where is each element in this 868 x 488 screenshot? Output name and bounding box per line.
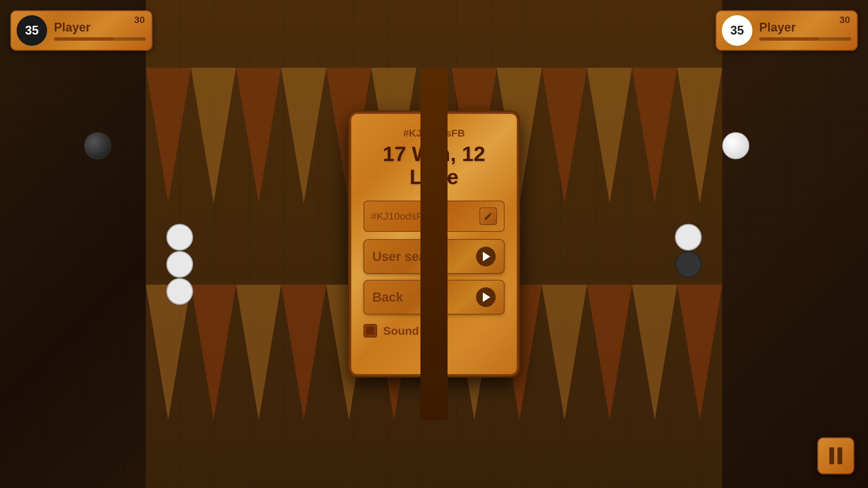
player-right-score: 30 [840,15,850,25]
svg-marker-20 [542,285,587,420]
svg-marker-11 [677,68,722,203]
white-game-piece [722,132,749,159]
pause-bar-left [829,447,834,464]
player-left-score: 30 [134,15,145,25]
player-left-avatar: 35 [17,15,47,46]
svg-marker-23 [677,285,722,420]
back-play-triangle-icon [483,292,490,302]
svg-marker-0 [146,68,191,203]
sound-label: Sound [383,324,419,338]
player-left-info: Player [54,20,146,41]
board-bar-divider [420,68,448,420]
edit-icon [484,211,493,221]
svg-marker-8 [542,68,587,203]
svg-marker-12 [146,285,191,420]
back-label: Back [372,290,403,305]
svg-marker-1 [191,68,236,203]
player-right-name: Player [759,20,851,35]
sound-section: Sound [363,324,419,338]
svg-marker-14 [236,285,281,420]
pause-bar-right [837,447,842,464]
player-panel-right: 35 Player 30 [715,10,858,51]
sound-checkbox[interactable] [363,324,377,338]
pause-icon [829,447,842,464]
user-search-play-icon [476,247,496,266]
back-play-icon [476,287,496,307]
svg-marker-21 [587,285,632,420]
svg-marker-22 [632,285,677,420]
svg-marker-2 [236,68,281,203]
player-right-avatar: 35 [722,15,752,46]
svg-marker-10 [632,68,677,203]
svg-marker-13 [191,285,236,420]
player-right-progress-fill [759,37,819,41]
play-triangle-icon [483,252,490,261]
sound-checkbox-inner [366,327,374,335]
svg-marker-3 [281,68,326,203]
player-right-progress-bg [759,37,851,41]
svg-marker-9 [587,68,632,203]
black-game-piece [84,132,111,159]
pause-button[interactable] [817,437,854,474]
player-left-name: Player [54,20,146,35]
edit-username-button[interactable] [479,207,497,225]
player-left-progress-fill [54,37,114,41]
player-panel-left: 35 Player 30 [10,10,153,51]
svg-marker-15 [281,285,326,420]
player-right-info: Player [759,20,851,41]
player-left-progress-bg [54,37,146,41]
